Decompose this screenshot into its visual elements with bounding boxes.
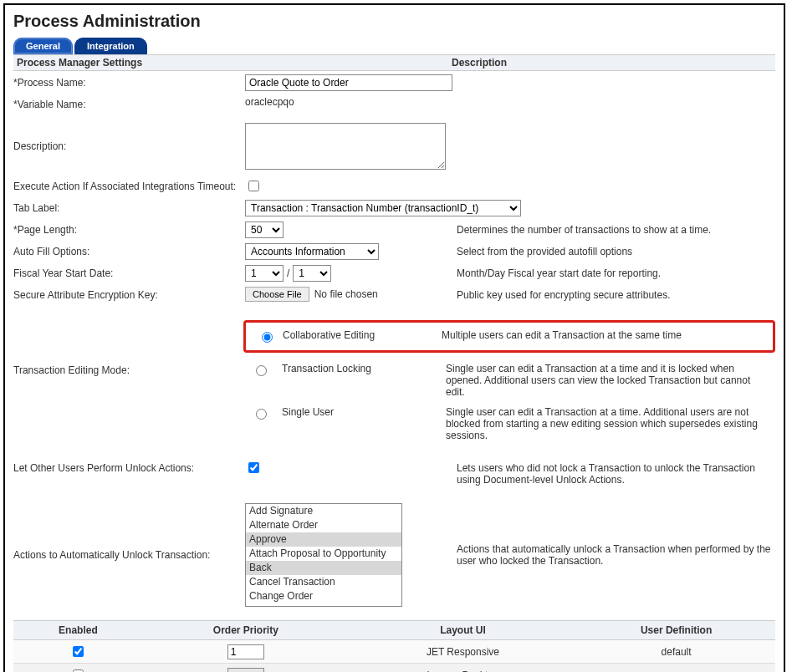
table-row: JET Responsivedefault <box>13 640 775 664</box>
row-execute-timeout: Execute Action If Associated Integration… <box>13 178 775 196</box>
execute-timeout-checkbox[interactable] <box>248 181 259 191</box>
tabs: General Integration <box>13 38 775 54</box>
row-process-name: *Process Name: <box>13 74 775 93</box>
order-priority-input[interactable] <box>227 668 264 673</box>
desc-let-others-unlock: Lets users who did not lock a Transactio… <box>448 460 775 488</box>
edit-mode-locking-row: Transaction Locking Single user can edit… <box>243 361 775 400</box>
label-editing-mode: Transaction Editing Mode: <box>13 356 243 448</box>
unlock-action-option[interactable]: Cancel Transaction <box>246 575 401 589</box>
desc-page-length: Determines the number of transactions to… <box>448 221 775 238</box>
let-others-unlock-checkbox[interactable] <box>248 462 259 473</box>
unlock-action-option[interactable]: Change Order <box>246 589 401 603</box>
th-layout-ui: Layout UI <box>349 621 577 640</box>
desc-fiscal-year: Month/Day Fiscal year start date for rep… <box>448 265 775 282</box>
label-description: Description: <box>13 138 243 155</box>
unlock-action-option[interactable]: Approve <box>246 532 401 547</box>
row-description: Description: <box>13 118 775 175</box>
layout-ui-cell: JET Responsive <box>349 640 577 664</box>
label-variable-name: *Variable Name: <box>13 96 243 113</box>
edit-mode-collab-desc: Multiple users can edit a Transaction at… <box>433 328 769 343</box>
label-execute-timeout: Execute Action If Associated Integration… <box>13 178 243 195</box>
label-fiscal-year: Fiscal Year Start Date: <box>13 265 243 282</box>
fiscal-separator: / <box>284 267 293 279</box>
row-encryption-key: Secure Attribute Encryption Key: Choose … <box>13 287 775 305</box>
th-user-def: User Definition <box>577 621 775 640</box>
th-order-priority: Order Priority <box>143 621 349 640</box>
edit-mode-locking-radio[interactable] <box>256 365 267 376</box>
edit-mode-collab-label: Collaborative Editing <box>283 328 433 341</box>
edit-mode-locking-label: Transaction Locking <box>282 361 432 374</box>
order-priority-input[interactable] <box>227 644 264 659</box>
unlock-action-option[interactable]: Alternate Order <box>246 518 401 532</box>
tab-label-select[interactable]: Transaction : Transaction Number (transa… <box>245 200 521 216</box>
label-auto-fill: Auto Fill Options: <box>13 243 243 260</box>
row-fiscal-year: Fiscal Year Start Date: 1 / 1 Month/Day … <box>13 265 775 283</box>
label-process-name: *Process Name: <box>13 74 243 91</box>
label-page-length: *Page Length: <box>13 221 243 238</box>
unlock-action-option[interactable]: Back <box>246 561 401 575</box>
page: Process Administration General Integrati… <box>3 3 785 672</box>
row-tab-label: Tab Label: Transaction : Transaction Num… <box>13 200 775 218</box>
variable-name-value: oraclecpqo <box>243 96 448 108</box>
row-auto-unlock-actions: Actions to Automatically Unlock Transact… <box>13 503 775 607</box>
label-encryption-key: Secure Attribute Encryption Key: <box>13 287 243 303</box>
file-hint: No file chosen <box>314 288 378 300</box>
choose-file-button[interactable]: Choose File <box>245 287 309 302</box>
user-def-cell: default <box>577 640 775 664</box>
section-description-label: Description <box>448 55 775 70</box>
enabled-checkbox[interactable] <box>73 646 84 657</box>
label-auto-unlock-actions: Actions to Automatically Unlock Transact… <box>13 547 243 563</box>
label-tab-label: Tab Label: <box>13 200 243 216</box>
unlock-action-option[interactable]: Attach Proposal to Opportunity <box>246 547 401 561</box>
tab-general[interactable]: General <box>13 38 73 54</box>
auto-unlock-listbox[interactable]: Add SignatureAlternate OrderApproveAttac… <box>245 503 402 607</box>
edit-mode-collab-row: Collaborative Editing Multiple users can… <box>249 328 769 345</box>
row-auto-fill: Auto Fill Options: Accounts Information … <box>13 243 775 262</box>
description-field[interactable] <box>245 123 446 170</box>
row-variable-name: *Variable Name: oraclecpqo <box>13 96 775 115</box>
auto-fill-select[interactable]: Accounts Information <box>245 243 379 260</box>
highlight-collab: Collaborative Editing Multiple users can… <box>243 320 775 353</box>
label-let-others-unlock: Let Other Users Perform Unlock Actions: <box>13 460 243 476</box>
edit-mode-single-row: Single User Single user can edit a Trans… <box>243 405 775 443</box>
section-header: Process Manager Settings Description <box>13 54 775 71</box>
edit-mode-single-desc: Single user can edit a Transaction at a … <box>437 405 775 443</box>
process-name-field[interactable] <box>245 74 452 91</box>
table-row: Legacy Desktopnone <box>13 664 775 673</box>
page-length-select[interactable]: 50 <box>245 221 284 238</box>
layout-ui-cell: Legacy Desktop <box>349 664 577 673</box>
edit-mode-single-label: Single User <box>282 405 432 418</box>
unlock-action-option[interactable]: Create Order <box>246 603 401 607</box>
layout-table: Enabled Order Priority Layout UI User De… <box>13 620 775 672</box>
fiscal-month-select[interactable]: 1 <box>245 265 284 282</box>
fiscal-day-select[interactable]: 1 <box>293 265 331 282</box>
edit-mode-collab-radio[interactable] <box>262 332 273 343</box>
desc-encryption-key: Public key used for encrypting secure at… <box>448 287 775 303</box>
edit-mode-locking-desc: Single user can edit a Transaction at a … <box>437 361 775 400</box>
label-editing-mode-spacer <box>13 308 243 356</box>
th-enabled: Enabled <box>13 621 143 640</box>
desc-auto-fill: Select from the provided autofill option… <box>448 243 775 260</box>
row-let-others-unlock: Let Other Users Perform Unlock Actions: … <box>13 460 775 488</box>
edit-mode-single-radio[interactable] <box>256 409 267 420</box>
user-def-cell: none <box>577 664 775 673</box>
desc-auto-unlock-actions: Actions that automatically unlock a Tran… <box>448 541 775 569</box>
page-title: Process Administration <box>13 12 775 31</box>
section-settings-label: Process Manager Settings <box>13 55 448 70</box>
unlock-action-option[interactable]: Add Signature <box>246 504 401 518</box>
tab-integration[interactable]: Integration <box>74 38 147 54</box>
row-page-length: *Page Length: 50 Determines the number o… <box>13 221 775 240</box>
